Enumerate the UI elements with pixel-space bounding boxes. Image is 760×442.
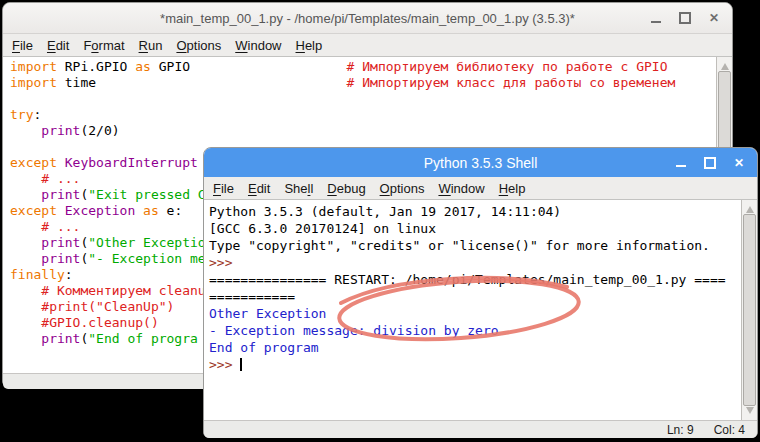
text-segment (10, 331, 41, 346)
scroll-up-icon[interactable] (746, 202, 754, 213)
text-segment: End of program (209, 340, 319, 355)
text-segment (10, 171, 41, 186)
text-segment: print (41, 331, 80, 346)
shell-line: Type "copyright", "credits" or "license(… (209, 237, 741, 254)
text-segment: print (41, 123, 80, 138)
shell-window-title: Python 3.5.3 Shell (424, 155, 538, 171)
menu-item-shell[interactable]: Shell (277, 181, 320, 196)
text-segment (10, 315, 41, 330)
text-segment (10, 283, 41, 298)
shell-vertical-scrollbar[interactable] (741, 200, 757, 420)
menu-item-help[interactable]: Help (492, 181, 533, 196)
text-segment: >>> (209, 357, 240, 372)
maximize-button[interactable] (703, 155, 717, 171)
shell-text-area[interactable]: Python 3.5.3 (default, Jan 19 2017, 14:1… (204, 200, 741, 420)
text-segment: as (143, 203, 166, 218)
text-cursor (240, 358, 242, 371)
text-segment: except (10, 203, 65, 218)
editor-code-line (10, 91, 716, 107)
column-indicator: Col: 4 (714, 423, 745, 437)
editor-code-line: print(2/0) (10, 123, 716, 139)
text-segment: >>> (209, 255, 240, 270)
text-segment: "Exit pressed C (88, 187, 205, 202)
menu-item-options[interactable]: Options (169, 38, 228, 53)
line-indicator: Ln: 9 (667, 423, 694, 437)
text-segment: # Импортируем класс для работы со времен… (347, 75, 676, 90)
text-segment: #GPIO.cleanup() (41, 315, 158, 330)
window-controls: ✕ (649, 3, 721, 33)
text-segment (135, 203, 143, 218)
menu-item-window[interactable]: Window (431, 181, 491, 196)
shell-line: [GCC 6.3.0 20170124] on linux (209, 220, 741, 237)
shell-line: =========== (209, 288, 741, 305)
text-segment: #print("CleanUp") (41, 299, 174, 314)
text-segment: Exception (65, 203, 135, 218)
text-segment: except (10, 155, 65, 170)
text-segment: import (10, 75, 65, 90)
text-segment: =============== RESTART: /home/pi/Templa… (209, 272, 726, 287)
text-segment: : (65, 267, 73, 282)
editor-titlebar[interactable]: *main_temp_00_1.py - /home/pi/Templates/… (3, 3, 732, 34)
close-icon: ✕ (734, 157, 744, 169)
text-segment: # Комментируем cleanu (41, 283, 205, 298)
scroll-down-icon[interactable] (746, 407, 754, 418)
shell-window: Python 3.5.3 Shell ✕ FileEditShellDebugO… (203, 147, 758, 438)
desktop: *main_temp_00_1.py - /home/pi/Templates/… (0, 0, 760, 442)
menu-item-debug[interactable]: Debug (320, 181, 372, 196)
editor-window-title: *main_temp_00_1.py - /home/pi/Templates/… (160, 11, 575, 26)
scrollbar-thumb[interactable] (743, 214, 756, 406)
text-segment: : (33, 107, 41, 122)
text-segment: time (65, 75, 96, 90)
menu-item-edit[interactable]: Edit (241, 181, 277, 196)
shell-line: Python 3.5.3 (default, Jan 19 2017, 14:1… (209, 203, 741, 220)
maximize-icon (704, 157, 716, 169)
menu-item-edit[interactable]: Edit (40, 38, 76, 53)
minimize-button[interactable] (649, 10, 663, 26)
text-segment: Other Exception (209, 306, 326, 321)
text-segment (10, 235, 41, 250)
text-segment: "Other Exceptio (88, 235, 205, 250)
text-segment: try (10, 107, 33, 122)
text-segment: [GCC 6.3.0 20170124] on linux (209, 221, 436, 236)
shell-line: End of program (209, 339, 741, 356)
shell-line: >>> (209, 356, 741, 373)
shell-menubar: FileEditShellDebugOptionsWindowHelp (204, 177, 757, 200)
close-button[interactable]: ✕ (707, 10, 721, 26)
text-segment: "End of progra (88, 331, 198, 346)
menu-item-file[interactable]: File (5, 38, 40, 53)
text-segment: =========== (209, 289, 295, 304)
editor-code-line: import time # Импортируем класс для рабо… (10, 75, 716, 91)
text-segment: finally (10, 267, 65, 282)
shell-line: - Exception message: division by zero (209, 322, 741, 339)
editor-code-line: try: (10, 107, 716, 123)
menu-item-file[interactable]: File (206, 181, 241, 196)
window-controls: ✕ (674, 148, 746, 177)
text-segment: print (41, 251, 80, 266)
text-segment: Python 3.5.3 (default, Jan 19 2017, 14:1… (209, 204, 569, 219)
maximize-button[interactable] (678, 10, 692, 26)
menu-item-options[interactable]: Options (373, 181, 432, 196)
text-segment (10, 219, 41, 234)
editor-code-line: import RPi.GPIO as GPIO # Импортируем би… (10, 59, 716, 75)
shell-line: >>> (209, 254, 741, 271)
menu-item-run[interactable]: Run (132, 38, 170, 53)
text-segment: RPi.GPIO (65, 59, 135, 74)
text-segment (190, 59, 347, 74)
menu-item-format[interactable]: Format (76, 38, 131, 53)
text-segment: # ... (41, 171, 80, 186)
editor-menubar: FileEditFormatRunOptionsWindowHelp (3, 34, 732, 57)
minimize-icon (676, 165, 686, 167)
scroll-up-icon[interactable] (721, 59, 729, 70)
text-segment: "- Exception me (88, 251, 205, 266)
minimize-button[interactable] (674, 155, 688, 171)
text-segment: as (135, 59, 158, 74)
text-segment: e: (167, 203, 183, 218)
menu-item-help[interactable]: Help (289, 38, 330, 53)
close-button[interactable]: ✕ (732, 155, 746, 171)
text-segment: import (10, 59, 65, 74)
menu-item-window[interactable]: Window (228, 38, 288, 53)
maximize-icon (679, 12, 691, 24)
shell-content: Python 3.5.3 (default, Jan 19 2017, 14:1… (204, 200, 757, 420)
text-segment: # ... (41, 219, 80, 234)
shell-titlebar[interactable]: Python 3.5.3 Shell ✕ (204, 148, 757, 177)
